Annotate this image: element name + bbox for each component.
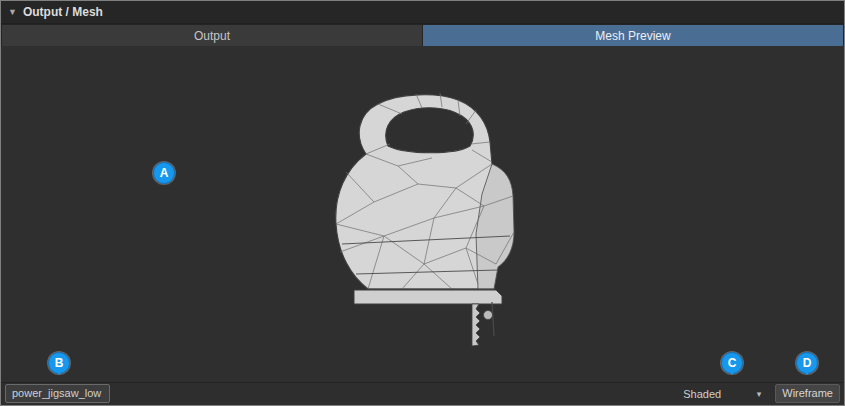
chevron-down-icon: ▾ — [757, 389, 762, 399]
output-mesh-panel: ▼ Output / Mesh Output Mesh Preview — [0, 0, 845, 406]
mesh-name-label: power_jigsaw_low — [5, 384, 110, 403]
tab-bar: Output Mesh Preview — [1, 24, 844, 46]
foldout-triangle-icon[interactable]: ▼ — [8, 8, 17, 17]
tab-output[interactable]: Output — [2, 25, 422, 46]
tab-mesh-preview[interactable]: Mesh Preview — [423, 25, 843, 46]
shading-mode-value: Shaded — [683, 388, 721, 400]
panel-header: ▼ Output / Mesh — [1, 1, 844, 24]
shading-mode-dropdown[interactable]: Shaded ▾ — [679, 386, 765, 402]
annotation-badge-d: D — [796, 352, 818, 374]
wireframe-toggle-button[interactable]: Wireframe — [775, 384, 840, 403]
annotation-badge-b: B — [48, 352, 70, 374]
annotation-badge-a: A — [153, 162, 175, 184]
jigsaw-mesh-wireframe — [306, 84, 556, 352]
annotation-badge-c: C — [721, 352, 743, 374]
panel-title: Output / Mesh — [23, 5, 103, 19]
preview-status-bar: power_jigsaw_low Shaded ▾ Wireframe — [1, 382, 844, 404]
mesh-preview-canvas[interactable] — [1, 46, 844, 382]
